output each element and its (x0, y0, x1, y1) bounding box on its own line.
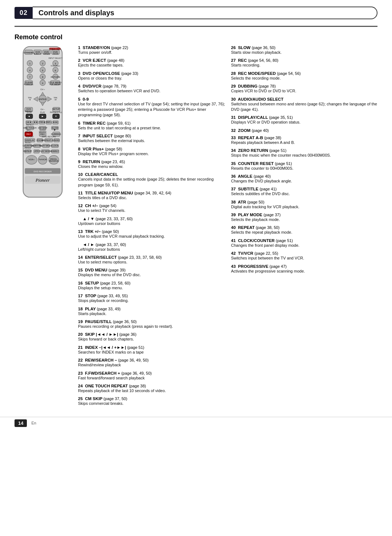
svg-text:1: 1 (29, 62, 30, 65)
list-item: 24 ONE TOUCH REPEAT (page 38)Repeats pla… (78, 384, 225, 394)
svg-text:CM SKIP: CM SKIP (38, 126, 47, 129)
svg-text:/VCR: /VCR (53, 52, 58, 55)
list-item: 3 DVD OPEN/CLOSE (page 33)Opens or close… (78, 71, 225, 81)
list-item: 29 DUBBING (page 78)Copies VCR to DVD or… (231, 84, 379, 94)
svg-text:DVD RECORDER: DVD RECORDER (34, 170, 52, 173)
svg-text:6: 6 (55, 69, 56, 72)
svg-text:|◄◄: |◄◄ (26, 121, 31, 123)
svg-text:⏸: ⏸ (55, 115, 57, 117)
svg-text:ENTER: ENTER (39, 98, 46, 100)
svg-text:0: 0 (42, 82, 44, 84)
svg-text:PLAY MODE: PLAY MODE (40, 144, 52, 147)
svg-text:RETURN: RETURN (51, 76, 60, 78)
remote-control-image: STANDBY VCR EJECT DVD OPEN DVD /VCR TIME… (11, 45, 74, 410)
svg-text:DISPLAY: DISPLAY (25, 139, 34, 141)
svg-text:SELECT: SELECT (39, 131, 47, 133)
list-item: 41 CLOCK/COUNTER (page 51)Changes the fr… (231, 238, 379, 248)
list-item: 1 STANDBY/ON (page 22)Turns power on/off… (78, 45, 225, 55)
section-divider (15, 26, 377, 27)
svg-text:EJECT: EJECT (34, 52, 41, 55)
list-item: 37 SUBTITLE (page 41)Selects subtitles o… (231, 187, 379, 197)
column-1: 1 STANDBY/ON (page 22)Turns power on/off… (78, 45, 228, 410)
svg-text:■: ■ (29, 115, 30, 117)
list-item: 14 ENTER/SELECT (page 23, 33, 37, 58, 60… (78, 255, 225, 265)
svg-text:CH –: CH – (40, 108, 45, 110)
svg-text:SETUP: SETUP (52, 108, 60, 110)
svg-text:▶: ▶ (54, 128, 56, 131)
svg-text:TV/VCR: TV/VCR (38, 158, 47, 161)
svg-text:ONE TOUCH: ONE TOUCH (23, 126, 37, 129)
svg-text:REPEAT: REPEAT (26, 124, 34, 126)
svg-text:Pioneer: Pioneer (35, 178, 50, 183)
list-item: 42 TV/VCR (page 22, 55)Switches input be… (231, 251, 379, 261)
svg-text:PLAY MODE: PLAY MODE (39, 150, 52, 152)
list-item: ▲ / ▼ (page 23, 33, 37, 60)Up/down curso… (78, 217, 225, 226)
list-item: 28 REC MODE/SPEED (page 54, 56)Selects t… (231, 71, 379, 81)
section-title: Remote control (15, 33, 377, 41)
list-item: 2 VCR EJECT (page 48)Ejects the cassette… (78, 58, 225, 68)
svg-text:2: 2 (42, 62, 44, 65)
svg-text:+►: +► (54, 98, 57, 101)
svg-text:ZERO: ZERO (53, 139, 60, 141)
chapter-badge: 02 (15, 7, 33, 19)
list-item: 39 PLAY MODE (page 37)Selects the playba… (231, 213, 379, 222)
svg-text:OPEN: OPEN (44, 52, 50, 55)
svg-text:▶: ▶ (42, 115, 44, 117)
svg-text:5: 5 (42, 69, 44, 72)
svg-text:TOP MENU: TOP MENU (49, 83, 61, 85)
column-2: 26 SLOW (page 36, 50)Starts slow motion … (228, 45, 381, 410)
svg-text:PAUSE/STILL: PAUSE/STILL (50, 111, 62, 113)
list-item: 32 ZOOM (page 40) (231, 128, 379, 133)
svg-text:RESSIVE: RESSIVE (49, 160, 59, 162)
svg-text:STANDBY: STANDBY (24, 51, 34, 54)
svg-text:PLAY: PLAY (40, 111, 45, 113)
svg-text:ANGLE: ANGLE (24, 147, 31, 149)
svg-text:STOP: STOP (26, 111, 32, 113)
chapter-title: Controls and displays (33, 7, 377, 19)
svg-text:7/W◄: 7/W◄ (39, 121, 45, 123)
svg-text:CH +: CH + (40, 88, 45, 90)
list-item: 5 0-9Use for direct TV channel selection… (78, 97, 225, 118)
list-item: 17 STOP (page 33, 49, 55)Stops playback … (78, 294, 225, 303)
svg-text:8: 8 (42, 76, 44, 78)
svg-text:DEF+: DEF+ (46, 121, 52, 123)
list-item: 25 CM SKIP (page 37, 50)Skips commercial… (78, 396, 225, 406)
list-item: 13 TRK +/– (page 50)Use to adjust the VC… (78, 229, 225, 239)
svg-text:◄: ◄ (29, 98, 31, 101)
list-item: 30 AUDIO/AUDIO SELECTSwitches sound betw… (231, 97, 379, 113)
svg-text:TIMER REC: TIMER REC (49, 48, 61, 50)
list-item: 38 ATR (page 50)Digital auto tracking fo… (231, 200, 379, 210)
list-item: 21 INDEX –|◄◄ / +►►| (page 51)Searches f… (78, 345, 225, 355)
list-item: 26 SLOW (page 36, 50)Starts slow motion … (231, 45, 379, 55)
page-header: 02 Controls and displays (0, 0, 392, 23)
list-item: 16 SETUP (page 23, 58, 60)Displays the s… (78, 281, 225, 291)
page-number: 14 (15, 419, 27, 427)
list-item: 27 REC (page 54, 56, 80)Starts recording… (231, 58, 379, 68)
svg-text:PAUSE: PAUSE (25, 131, 32, 133)
list-item: 6 TIMER REC (page 59, 61)Sets the unit t… (78, 121, 225, 131)
list-item: 8 VCR Plus+ (page 58)Display the VCR Plu… (78, 147, 225, 157)
list-item: 23 F.FWD/SEARCH + (page 36, 49, 50)Fast … (78, 371, 225, 381)
list-item: 43 PROGRESSIVE (page 47)Activates the pr… (231, 264, 379, 274)
text-columns: 1 STANDBY/ON (page 22)Turns power on/off… (74, 45, 381, 410)
svg-text:4: 4 (29, 69, 30, 72)
svg-text:DUBBING: DUBBING (51, 133, 61, 135)
list-item: 11 TITLE MENU/TOP MENU (page 34, 39, 42,… (78, 191, 225, 201)
list-item: 35 COUNTER RESET (page 51)Resets the cou… (231, 161, 379, 171)
list-item: ◄ / ► (page 33, 37, 60)Left/right cursor… (78, 242, 225, 252)
svg-text:RESET: RESET (25, 141, 32, 144)
list-item: 18 PLAY (page 33, 49)Starts playback. (78, 307, 225, 317)
svg-text:INPUT SELECT: INPUT SELECT (49, 57, 63, 59)
svg-text:3: 3 (55, 62, 56, 65)
list-item: 36 ANGLE (page 40)Changes the DVD playba… (231, 174, 379, 184)
list-item: 12 CH +/– (page 54)Use to select TV chan… (78, 203, 225, 213)
svg-text:REPLAY: REPLAY (26, 136, 34, 138)
svg-text:►►|: ►►| (53, 121, 58, 123)
svg-text:VCR Plus+: VCR Plus+ (51, 65, 60, 67)
svg-text:/CANCEL: /CANCEL (24, 83, 34, 85)
list-item: 4 DVD/VCR (page 78, 79)Switches to opera… (78, 84, 225, 94)
svg-text:ATR: ATR (34, 150, 39, 152)
svg-text:REPEAT: REPEAT (23, 150, 32, 152)
svg-text:FAMILY: FAMILY (51, 150, 59, 152)
svg-text:VCR+: VCR+ (29, 158, 35, 161)
